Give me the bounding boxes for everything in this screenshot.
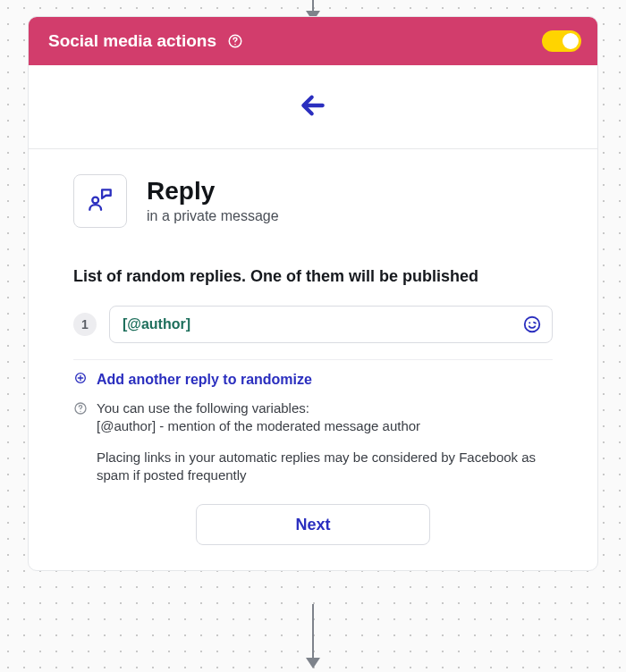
next-button[interactable]: Next [196, 504, 430, 545]
help-icon[interactable] [227, 33, 243, 49]
hint-line-2: [@author] - mention of the moderated mes… [97, 417, 553, 435]
card-content: Reply in a private message List of rando… [29, 149, 597, 570]
reply-title: Reply [147, 178, 279, 206]
add-reply-link[interactable]: Add another reply to randomize [73, 371, 553, 389]
back-arrow-icon[interactable] [299, 91, 327, 123]
card-title: Social media actions [48, 31, 216, 51]
reply-subtitle: in a private message [147, 208, 279, 224]
help-icon [73, 401, 88, 436]
variables-hint: You can use the following variables: [@a… [73, 399, 553, 436]
add-reply-label: Add another reply to randomize [97, 372, 312, 388]
spam-warning: Placing links in your automatic replies … [73, 449, 553, 485]
replies-list-label: List of random replies. One of them will… [73, 267, 553, 286]
svg-point-3 [525, 317, 540, 332]
reply-icon-box [73, 174, 127, 228]
social-media-actions-card: Social media actions [28, 16, 598, 571]
svg-point-2 [92, 197, 98, 204]
reply-row: 1 [73, 306, 553, 343]
plus-circle-icon [73, 371, 88, 389]
reply-input-wrap[interactable] [109, 306, 553, 343]
enable-toggle[interactable] [542, 30, 581, 52]
divider [73, 359, 553, 360]
next-row: Next [73, 504, 553, 545]
reply-input[interactable] [123, 316, 521, 332]
svg-point-1 [234, 44, 236, 46]
next-button-label: Next [295, 516, 330, 534]
reply-person-icon [85, 184, 115, 218]
emoji-picker-icon[interactable] [521, 314, 543, 335]
flow-connector-out [306, 604, 320, 668]
toggle-knob [563, 33, 579, 49]
reply-header: Reply in a private message [73, 174, 553, 228]
svg-point-7 [80, 411, 80, 412]
spam-warning-text: Placing links in your automatic replies … [97, 449, 553, 485]
svg-point-4 [529, 322, 530, 323]
reply-index-badge: 1 [73, 313, 97, 336]
card-header: Social media actions [29, 17, 597, 65]
hint-line-1: You can use the following variables: [97, 399, 553, 417]
back-row [29, 65, 597, 149]
